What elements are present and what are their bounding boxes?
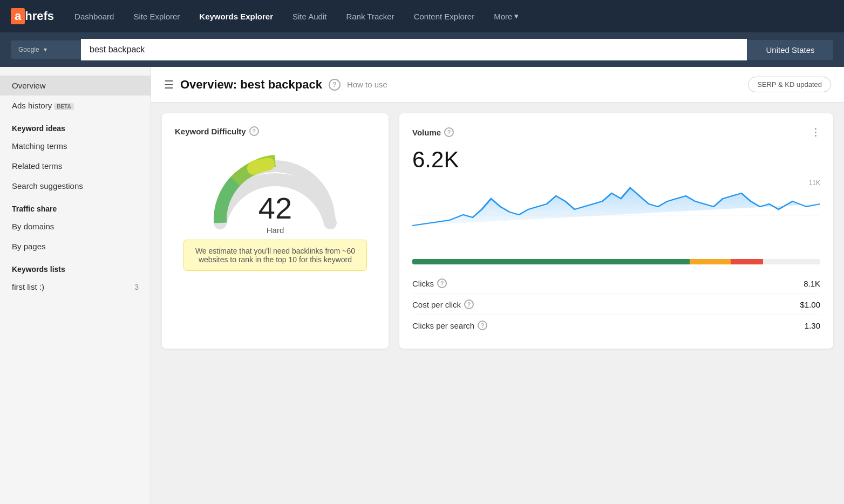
logo-hrefs: hrefs <box>25 9 54 23</box>
volume-number: 6.2K <box>412 147 820 173</box>
nav-dashboard[interactable]: Dashboard <box>67 9 121 24</box>
gauge-container: 42 Hard <box>175 145 376 231</box>
clicks-bar <box>412 259 820 264</box>
beta-badge: BETA <box>54 103 73 110</box>
nav-rank-tracker[interactable]: Rank Tracker <box>338 9 401 24</box>
volume-chart: 11K <box>412 177 820 253</box>
kd-card-title: Keyword Difficulty ? <box>175 126 376 136</box>
sidebar-item-search-suggestions[interactable]: Search suggestions <box>0 176 151 196</box>
kd-help-icon[interactable]: ? <box>249 126 259 136</box>
overview-title: Overview: best backpack <box>180 78 322 92</box>
sidebar-item-by-pages[interactable]: By pages <box>0 236 151 256</box>
search-input[interactable] <box>81 39 747 60</box>
sidebar: Overview Ads historyBETA Keyword ideas M… <box>0 67 151 504</box>
cps-help-icon[interactable]: ? <box>478 321 487 330</box>
cps-value: 1.30 <box>805 321 820 330</box>
chart-dashed-line <box>412 215 820 215</box>
engine-label: Google <box>18 46 39 53</box>
nav-site-audit[interactable]: Site Audit <box>285 9 334 24</box>
search-bar: Google ▾ United States <box>0 32 844 67</box>
volume-help-icon[interactable]: ? <box>444 127 454 137</box>
main-layout: Overview Ads historyBETA Keyword ideas M… <box>0 67 844 504</box>
country-badge[interactable]: United States <box>747 40 833 60</box>
metric-cps: Clicks per search ? 1.30 <box>412 315 820 336</box>
metrics-list: Clicks ? 8.1K Cost per click ? $1.00 <box>412 273 820 336</box>
chevron-down-icon: ▾ <box>44 46 47 53</box>
volume-chart-label: 11K <box>809 179 820 187</box>
sidebar-section-traffic-share: Traffic share <box>0 196 151 216</box>
serp-updated-button[interactable]: SERP & KD updated <box>748 77 831 92</box>
clicks-bar-green <box>412 259 690 264</box>
nav-keywords-explorer[interactable]: Keywords Explorer <box>192 9 281 24</box>
content-area: ☰ Overview: best backpack ? How to use S… <box>151 67 844 504</box>
chevron-down-icon: ▾ <box>514 11 519 21</box>
how-to-use-button[interactable]: How to use <box>347 80 387 89</box>
gauge-label: Hard <box>267 226 284 235</box>
sidebar-item-first-list[interactable]: first list :) 3 <box>0 277 151 297</box>
overview-header: ☰ Overview: best backpack ? How to use S… <box>151 67 844 103</box>
volume-chart-svg <box>412 177 820 247</box>
nav-site-explorer[interactable]: Site Explorer <box>126 9 187 24</box>
cpc-value: $1.00 <box>800 300 820 309</box>
sidebar-item-ads-history[interactable]: Ads historyBETA <box>0 96 151 115</box>
help-icon[interactable]: ? <box>329 79 341 91</box>
kd-tooltip: We estimate that you'll need backlinks f… <box>183 240 367 271</box>
hamburger-icon[interactable]: ☰ <box>164 78 174 91</box>
logo-a: a <box>11 8 25 24</box>
kd-card: Keyword Difficulty ? <box>162 113 389 349</box>
volume-menu-dots[interactable]: ⋮ <box>811 126 820 138</box>
sidebar-item-by-domains[interactable]: By domains <box>0 216 151 236</box>
gauge-value: 42 <box>258 193 292 223</box>
volume-card-title: Volume ? ⋮ <box>412 126 820 138</box>
metric-cpc: Cost per click ? $1.00 <box>412 294 820 315</box>
nav-content-explorer[interactable]: Content Explorer <box>406 9 482 24</box>
sidebar-item-matching-terms[interactable]: Matching terms <box>0 136 151 156</box>
volume-card: Volume ? ⋮ 6.2K 11K <box>399 113 833 349</box>
engine-select[interactable]: Google ▾ <box>11 40 81 59</box>
search-input-wrapper <box>81 39 747 60</box>
nav-more[interactable]: More ▾ <box>486 8 526 24</box>
logo[interactable]: ahrefs <box>11 8 54 24</box>
sidebar-count: 3 <box>134 283 139 291</box>
clicks-bar-orange <box>731 259 763 264</box>
sidebar-item-overview[interactable]: Overview <box>0 76 151 96</box>
sidebar-item-related-terms[interactable]: Related terms <box>0 156 151 176</box>
sidebar-section-keywords-lists: Keywords lists <box>0 256 151 277</box>
sidebar-section-keyword-ideas: Keyword ideas <box>0 115 151 136</box>
cpc-help-icon[interactable]: ? <box>464 299 474 309</box>
cards-area: Keyword Difficulty ? <box>151 103 844 359</box>
top-nav: ahrefs Dashboard Site Explorer Keywords … <box>0 0 844 32</box>
clicks-help-icon[interactable]: ? <box>437 278 447 288</box>
metric-clicks: Clicks ? 8.1K <box>412 273 820 294</box>
clicks-value: 8.1K <box>804 279 820 288</box>
clicks-bar-yellow <box>690 259 731 264</box>
